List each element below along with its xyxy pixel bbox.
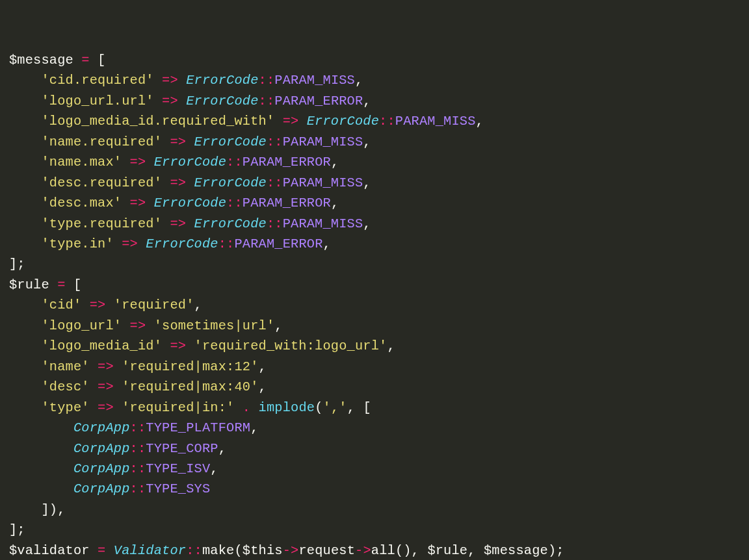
code-block: $message = [ 'cid.required' => ErrorCode…: [9, 50, 740, 560]
